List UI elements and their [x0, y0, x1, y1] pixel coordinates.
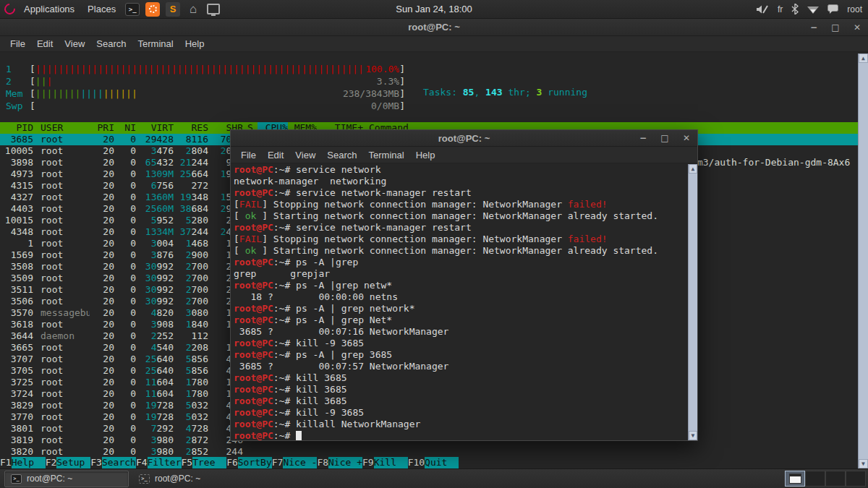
- menu-help[interactable]: Help: [179, 37, 210, 51]
- prompt: root@PC: [234, 384, 273, 395]
- scroll-down-icon[interactable]: ▼: [689, 431, 697, 440]
- terminal-line: root@PC:~# service network: [234, 164, 697, 176]
- bluetooth-icon[interactable]: [791, 4, 799, 14]
- sublime-launcher[interactable]: S: [164, 1, 182, 17]
- volume-muted-icon[interactable]: [756, 4, 769, 14]
- menu-view[interactable]: View: [289, 148, 321, 162]
- workspace-4[interactable]: [846, 471, 866, 487]
- menu-edit[interactable]: Edit: [31, 37, 59, 51]
- htop-meters: 1[||||||||||||||||||||||||||||||||||||||…: [6, 64, 405, 113]
- maximize-button[interactable]: □: [660, 133, 670, 143]
- prompt: root@PC: [234, 257, 273, 267]
- column-header-user[interactable]: USER: [33, 122, 90, 134]
- menu-search[interactable]: Search: [90, 37, 132, 51]
- scroll-up-icon[interactable]: ▲: [859, 53, 868, 63]
- display-launcher[interactable]: [205, 1, 222, 17]
- prompt: root@PC: [234, 164, 273, 175]
- shell-terminal[interactable]: root@PC:~# service networknetwork-manage…: [231, 164, 697, 440]
- menu-terminal[interactable]: Terminal: [363, 148, 410, 162]
- terminal-line: root@PC:~# killall NetworkManager: [234, 419, 697, 430]
- network-icon[interactable]: [807, 5, 819, 14]
- menu-file[interactable]: File: [235, 148, 262, 162]
- ukuu-launcher[interactable]: [144, 1, 161, 17]
- fkey-f3[interactable]: F3Search: [90, 457, 136, 468]
- fkey-f10[interactable]: F10Quit: [408, 457, 459, 468]
- column-header-pid[interactable]: PID: [0, 122, 33, 134]
- workspace-window-thumbnail: [789, 474, 801, 484]
- fkey-f1[interactable]: F1Help: [0, 457, 46, 468]
- terminal-icon: >_: [125, 3, 140, 16]
- column-header-pri[interactable]: PRI: [90, 122, 114, 134]
- workspace-switcher: [785, 471, 866, 487]
- taskbar-button-label: root@PC: ~: [27, 474, 72, 484]
- notification-icon[interactable]: [827, 4, 838, 14]
- workspace-1[interactable]: [785, 471, 805, 487]
- bg-window-titlebar[interactable]: root@PC: ~ − □ ✕: [0, 19, 868, 36]
- menu-terminal[interactable]: Terminal: [132, 37, 179, 51]
- terminal-line: [FAIL] Stopping network connection manag…: [234, 199, 697, 210]
- top-panel: Applications Places >_ S ⌂ Sun Jan 24, 1…: [0, 0, 868, 19]
- prompt: root@PC: [234, 419, 273, 429]
- terminal-line: [FAIL] Stopping network connection manag…: [234, 234, 697, 245]
- column-header-res[interactable]: RES: [174, 122, 208, 134]
- close-button[interactable]: ✕: [681, 133, 692, 143]
- terminal-launcher[interactable]: >_: [124, 1, 141, 17]
- menu-view[interactable]: View: [59, 37, 90, 51]
- taskbar: >_ root@PC: ~ >_ root@PC: ~: [0, 468, 868, 488]
- column-header-ni[interactable]: NI: [114, 122, 136, 134]
- home-launcher[interactable]: ⌂: [184, 1, 202, 17]
- sublime-icon: S: [166, 2, 180, 17]
- scroll-down-icon[interactable]: ▼: [859, 459, 868, 468]
- table-row[interactable]: 3820root20039802852244: [0, 446, 858, 458]
- terminal-line: [ ok ] Starting network connection manag…: [234, 245, 697, 257]
- bg-terminal-scrollbar[interactable]: ▲ ▼: [858, 53, 868, 468]
- fkey-f6[interactable]: F6SortBy: [226, 457, 272, 468]
- keyboard-layout-indicator[interactable]: fr: [778, 4, 783, 14]
- terminal-line: root@PC:~# kill 3685: [234, 372, 697, 384]
- terminal-line: 3685 ? 00:07:57 NetworkManager: [234, 361, 697, 372]
- clock[interactable]: Sun Jan 24, 18:00: [396, 4, 472, 14]
- terminal-line: root@PC:~# kill -9 3685: [234, 407, 697, 419]
- scroll-up-icon[interactable]: ▲: [689, 164, 697, 174]
- terminal-line: [ ok ] Starting network connection manag…: [234, 210, 697, 222]
- menu-edit[interactable]: Edit: [262, 148, 289, 162]
- menu-search[interactable]: Search: [321, 148, 362, 162]
- fkey-f9[interactable]: F9Kill: [362, 457, 408, 468]
- bg-window-title: root@PC: ~: [408, 22, 460, 33]
- workspace-3[interactable]: [825, 471, 846, 487]
- debian-logo-icon: [2, 1, 17, 17]
- user-menu[interactable]: root: [847, 4, 862, 14]
- fg-window-titlebar[interactable]: root@PC: ~ − □ ✕: [231, 130, 697, 147]
- prompt: root@PC: [234, 338, 273, 348]
- close-button[interactable]: ✕: [852, 22, 862, 33]
- terminal-line: root@PC:~# ps -A | grep Net*: [234, 314, 697, 326]
- text-cursor: [296, 431, 302, 440]
- meter-mem: Mem[||||||||||||||||||238/3843MB]: [6, 88, 405, 100]
- display-icon: [207, 4, 220, 14]
- fg-terminal-scrollbar[interactable]: ▲ ▼: [688, 164, 697, 440]
- prompt: root@PC: [234, 303, 273, 314]
- terminal-line: root@PC:~# service network-manager resta…: [234, 222, 697, 234]
- prompt: root@PC: [234, 349, 273, 360]
- meter-1: 1[||||||||||||||||||||||||||||||||||||||…: [6, 64, 405, 76]
- places-menu[interactable]: Places: [82, 1, 122, 17]
- minimize-button[interactable]: −: [809, 22, 819, 33]
- fkey-f2[interactable]: F2Setup: [46, 457, 91, 468]
- terminal-icon: >_: [139, 474, 150, 484]
- terminal-line: root@PC:~# ps -A |grep netw*: [234, 280, 697, 291]
- minimize-button[interactable]: −: [638, 133, 648, 143]
- fkey-f7[interactable]: F7Nice -: [272, 457, 318, 468]
- fkey-f4[interactable]: F4Filter: [136, 457, 182, 468]
- taskbar-window-button-1[interactable]: >_ root@PC: ~: [4, 471, 129, 487]
- maximize-button[interactable]: □: [830, 22, 841, 33]
- menu-help[interactable]: Help: [410, 148, 441, 162]
- menu-file[interactable]: File: [4, 37, 31, 51]
- column-header-virt[interactable]: VIRT: [136, 122, 174, 134]
- fkey-f8[interactable]: F8Nice +: [317, 457, 362, 468]
- prompt: root@PC: [234, 430, 273, 440]
- applications-menu[interactable]: Applications: [18, 1, 80, 17]
- fkey-f5[interactable]: F5Tree: [182, 457, 227, 468]
- terminal-line: root@PC:~#: [234, 430, 697, 440]
- taskbar-window-button-2[interactable]: >_ root@PC: ~: [133, 471, 258, 487]
- workspace-2[interactable]: [805, 471, 825, 487]
